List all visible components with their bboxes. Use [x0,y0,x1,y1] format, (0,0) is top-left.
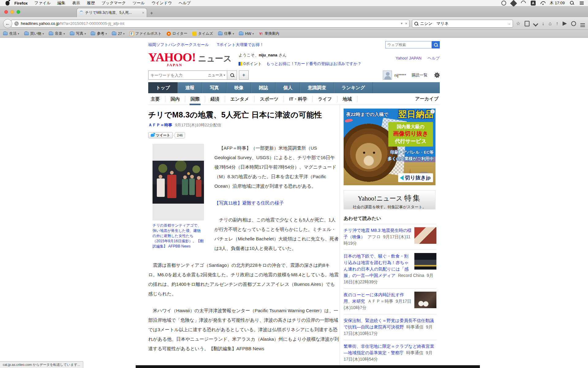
points-label[interactable]: 0ポイント [243,61,262,67]
hamburger-menu-icon[interactable] [580,23,585,24]
category-life[interactable]: ライフ [313,96,337,102]
menubar-item-file[interactable]: ファイル [34,0,51,6]
tab-video[interactable]: 映像 [227,82,251,93]
avatar[interactable] [383,71,392,80]
reader-mode-icon[interactable] [525,21,530,26]
search-go-icon[interactable]: → [507,21,511,26]
service-name[interactable]: ニュース [198,53,232,64]
browser-search-bar[interactable]: → [412,20,513,28]
promo-link-2[interactable]: Tポイント大増量でお得！ [217,42,264,48]
downloads-icon[interactable]: ↓ [542,21,544,26]
apple-icon[interactable] [6,1,9,6]
category-economy[interactable]: 経済 [205,96,225,102]
menubar-item-history[interactable]: 履歴 [87,0,95,6]
related-item[interactable]: 安保法制、緊迫続く＝野党は委員長不信任動議で抗戦―自民は衆院再可決視野時事通信9… [344,314,436,340]
category-region[interactable]: 地域 [337,96,357,102]
bookmark-folder-hw[interactable]: HW▾ [239,32,254,36]
menubar-clock[interactable]: 木 17:09 [550,0,565,6]
special-feature-banner[interactable]: Yahoo!ニュース 特集 社会の課題を映す。特集記事がスタート。 [344,190,435,209]
new-tab-button[interactable]: + [147,9,156,17]
wifi-icon[interactable] [541,1,545,6]
bookmark-folder-music[interactable]: 音楽▾ [49,31,65,36]
chevron-down-icon[interactable]: ▾ [224,74,225,77]
bookmark-transit[interactable]: Y!乗換案内 [259,31,279,36]
category-main[interactable]: 主要 [148,96,165,102]
notification-center-icon[interactable] [579,1,584,6]
back-button[interactable]: ← [3,19,12,28]
add-search-button[interactable]: + [239,71,249,80]
menubar-item-firefox[interactable]: Firefox [14,1,28,6]
tab-magazine[interactable]: 雑誌 [251,82,276,93]
bookmark-folder-life[interactable]: 生活▾ [3,31,19,36]
related-item[interactable]: チリ沖で地震 M8.3 地震発生時の様子（映像）アフロ9月17日(木)11時19… [344,224,436,250]
dropbox-icon[interactable] [510,0,517,7]
bookmark-folder-work[interactable]: 仕事▾ [218,31,234,36]
window-close-button[interactable] [4,10,8,14]
menubar-item-bookmarks[interactable]: ブックマーク [102,0,126,6]
source-link[interactable]: ＡＦＰ＝時事 [148,123,172,127]
menubar-item-help[interactable]: ヘルプ [179,0,191,6]
yahoo-logo[interactable]: YAHOO! JAPAN [148,51,196,67]
archive-link[interactable]: アーカイブ [415,96,440,102]
tab-flash[interactable]: 速報 [178,82,202,93]
category-domestic[interactable]: 国内 [165,96,185,102]
creative-cloud-icon[interactable] [501,1,506,6]
home-icon[interactable]: ⌂ [548,21,552,26]
photo-gallery-link[interactable]: 【写真11枚】避難する住民の様子 [214,200,284,205]
help-link[interactable]: ヘルプ [428,56,440,60]
search-scope-label[interactable]: ニュース [208,73,223,78]
subscriptions-link[interactable]: 購読一覧 [412,72,428,78]
related-item[interactable]: 繁華街、非住宅地に限定＝クラブなど終夜営業―地域指定の基準策定・警察庁時事通信9… [344,340,436,366]
tab-photo[interactable]: 写真 [202,82,227,93]
bookmark-folder-shopping[interactable]: 買い物▾ [24,31,44,36]
privacy-icon[interactable] [571,21,576,26]
related-item[interactable]: 夜のコーヒーに体内時計乱す作用、米研究ＡＦＰ＝時事9月17日(木)10時7分 [344,288,436,314]
gear-icon[interactable] [434,72,440,78]
url-dropdown-icon[interactable]: ▾ [401,21,403,25]
spotlight-icon[interactable] [570,1,575,6]
window-zoom-button[interactable] [17,10,20,14]
menubar-item-tools[interactable]: ツール [133,0,145,6]
bookmark-folder-photo[interactable]: 写真▾ [70,31,86,36]
photo-caption-link[interactable]: チリの首都サンティアゴで、強い地震が発生した後、建物の外に避難した女性たち（20… [153,223,204,249]
tab-personal[interactable]: 個人 [276,82,300,93]
category-sports[interactable]: スポーツ [254,96,284,102]
bookmark-filepost[interactable]: Fファイルポスト [130,31,162,36]
category-entertainment[interactable]: エンタメ [225,96,254,102]
stop-load-icon[interactable]: × [405,21,407,26]
airplay-icon[interactable] [520,0,527,6]
menubar-item-view[interactable]: 表示 [72,0,80,6]
browser-search-input[interactable] [420,21,507,26]
news-search-button[interactable] [227,71,237,80]
ad-choices-icon[interactable]: i [430,109,435,114]
bookmark-star-icon[interactable]: ☆ [516,21,520,26]
related-item[interactable]: 日本の地下鉄で、騒ぐ・飲食・割り込みは地雷を踏む行為！赤ちゃん連れの日本人の気配… [344,250,436,288]
yahoo-japan-link[interactable]: Yahoo! JAPAN [396,56,422,60]
menubar-item-edit[interactable]: 編集 [58,0,66,6]
category-it-science[interactable]: IT・科学 [284,96,312,102]
tcard-promo-link[interactable]: もっとお得に！Tカード番号の登録はお済みですか？ [266,61,361,67]
pocket-icon[interactable] [534,21,537,26]
tweet-button[interactable]: ツイート [148,132,173,138]
bookmark-folder-reference[interactable]: 参考▾ [91,31,107,36]
browser-tab[interactable]: チリでM8.3の地震、5人死... × [77,8,147,17]
tweet-count[interactable]: 246 [175,132,185,138]
tab-poll[interactable]: 意識調査 [300,82,334,93]
menubar-item-window[interactable]: ウインドウ [152,0,172,6]
tab-close-icon[interactable]: × [142,11,144,15]
web-search-input[interactable] [385,41,432,48]
account-id[interactable]: nij***** [394,73,406,78]
username[interactable]: niju_nana [259,53,277,57]
promo-link-1[interactable]: 福岡ソフトバンクホークスセール [148,42,209,48]
display-ad[interactable]: 夜22時までの入稿で 翌日納品 国内最大級の 画像切り抜き 代行サービス 印刷・… [344,109,435,185]
bookmark-times[interactable]: タイムズ [192,31,213,36]
input-source-icon[interactable]: A [531,1,536,6]
news-search-input[interactable] [150,73,208,78]
article-photo[interactable]: チリの首都サンティアゴで、強い地震が発生した後、建物の外に避難した女性たち（20… [153,144,204,249]
web-search-button[interactable] [432,41,440,48]
share-icon[interactable]: ↑ [556,21,558,26]
category-world[interactable]: 国際 [185,96,205,102]
bookmark-folder-27[interactable]: 27▾ [112,32,125,36]
tab-ranking[interactable]: ランキング [334,82,373,93]
url-bar[interactable]: headlines.yahoo.co.jp /hl?a=20150917-000… [11,20,409,28]
